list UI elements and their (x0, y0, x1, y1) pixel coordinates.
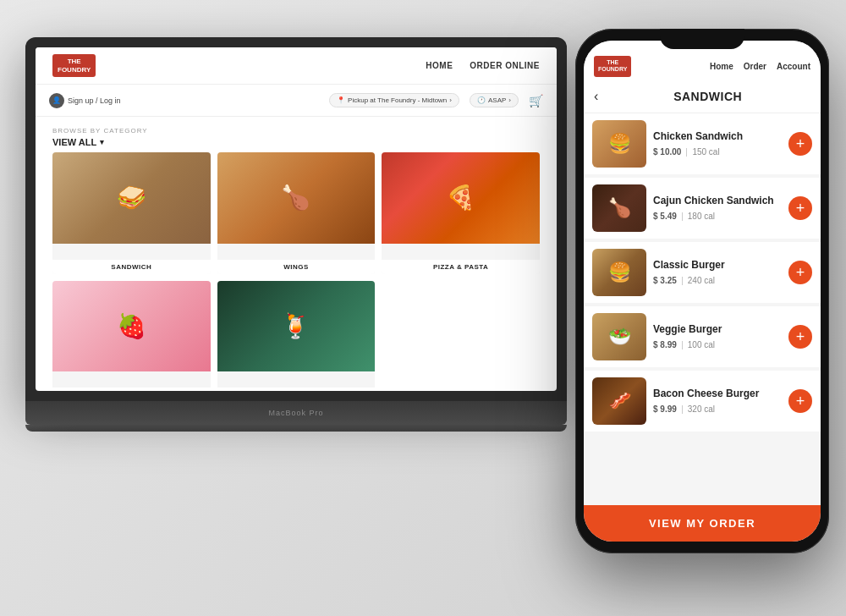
logo-line2: FOUNDRY (58, 66, 91, 74)
category-drink[interactable]: 🍹 DRINK (217, 281, 376, 391)
app-nav-order[interactable]: Order (744, 62, 766, 71)
bacon-burger-image: 🥓 (592, 377, 646, 425)
classic-burger-name: Classic Burger (653, 259, 782, 272)
user-icon: 👤 (49, 93, 64, 108)
sandwich-image: 🥪 (52, 152, 211, 244)
category-section: BROWSE BY CATEGORY VIEW ALL (36, 117, 557, 152)
nav-home[interactable]: HOME (426, 61, 453, 70)
veggie-burger-name: Veggie Burger (653, 323, 782, 337)
cart-button[interactable]: 🛒 (529, 94, 543, 107)
clock-icon: 🕐 (477, 96, 486, 104)
laptop-base (25, 401, 567, 425)
bacon-burger-price: $ 9.99 (653, 404, 677, 414)
phone-device: THE FOUNDRY Home Order Account ‹ SANDWIC… (575, 29, 829, 553)
classic-burger-price: $ 3.25 (653, 276, 677, 285)
drink-label: DRINK (217, 388, 376, 391)
asap-button[interactable]: 🕐 ASAP › (470, 93, 519, 107)
nav-order[interactable]: ORDER ONLINE (470, 61, 540, 70)
app-nav-account[interactable]: Account (777, 62, 810, 71)
chicken-sandwich-cal: 150 cal (692, 147, 719, 157)
asap-label: ASAP (488, 96, 506, 104)
classic-burger-image: 🍔 (592, 249, 646, 296)
category-grid: 🥪 SANDWICH 🍗 WINGS 🍕 PIZZA & PASTA 🍓 DES… (36, 152, 557, 391)
cajun-sandwich-cal: 180 cal (688, 212, 715, 221)
classic-burger-details: $ 3.25 240 cal (653, 276, 782, 285)
bacon-burger-cal: 320 cal (688, 404, 715, 414)
laptop-device: THE FOUNDRY HOME ORDER ONLINE 👤 Sign up … (25, 37, 567, 528)
logo-line1: THE (58, 58, 91, 66)
foundry-logo: THE FOUNDRY (52, 54, 96, 77)
user-button[interactable]: 👤 Sign up / Log in (49, 93, 121, 108)
wings-label: WINGS (217, 260, 376, 274)
cajun-sandwich-image: 🍗 (592, 184, 646, 232)
category-pizza[interactable]: 🍕 PIZZA & PASTA (382, 152, 540, 274)
menu-item-chicken-sandwich[interactable]: 🍔 Chicken Sandwich $ 10.00 150 cal + (584, 113, 821, 174)
category-sandwich[interactable]: 🥪 SANDWICH (52, 152, 211, 274)
pickup-button[interactable]: 📍 Pickup at The Foundry - Midtown › (329, 93, 459, 107)
bacon-burger-info: Bacon Cheese Burger $ 9.99 320 cal (646, 388, 788, 414)
app-logo-line2: FOUNDRY (598, 66, 627, 73)
add-classic-burger-button[interactable]: + (788, 261, 812, 284)
desserts-image: 🍓 (52, 281, 211, 372)
laptop-body: THE FOUNDRY HOME ORDER ONLINE 👤 Sign up … (25, 37, 567, 401)
menu-item-veggie-burger[interactable]: 🥗 Veggie Burger $ 8.99 100 cal + (584, 306, 821, 367)
price-cal-divider-5 (682, 405, 683, 414)
logo-badge: THE FOUNDRY (52, 54, 96, 77)
laptop-foot (25, 425, 567, 432)
cajun-sandwich-price: $ 5.49 (653, 212, 677, 221)
price-cal-divider-2 (682, 212, 683, 221)
web-nav: HOME ORDER ONLINE (426, 61, 540, 70)
app-logo: THE FOUNDRY (594, 56, 631, 77)
chicken-sandwich-image: 🍔 (592, 120, 646, 168)
menu-item-bacon-cheese-burger[interactable]: 🥓 Bacon Cheese Burger $ 9.99 320 cal + (584, 371, 821, 432)
pizza-image: 🍕 (382, 152, 540, 244)
browse-label: BROWSE BY CATEGORY (52, 127, 540, 135)
veggie-burger-info: Veggie Burger $ 8.99 100 cal (646, 323, 788, 349)
veggie-burger-image: 🥗 (592, 313, 646, 360)
app-nav: Home Order Account (710, 62, 810, 71)
price-cal-divider-3 (682, 277, 683, 285)
bacon-burger-name: Bacon Cheese Burger (653, 388, 782, 401)
cajun-sandwich-info: Cajun Chicken Sandwich $ 5.49 180 cal (646, 195, 788, 221)
add-veggie-burger-button[interactable]: + (788, 325, 812, 349)
add-chicken-sandwich-button[interactable]: + (788, 132, 812, 156)
chevron-right-icon-asap: › (508, 96, 511, 104)
back-button[interactable]: ‹ (594, 89, 598, 104)
classic-burger-cal: 240 cal (688, 276, 715, 285)
menu-item-classic-burger[interactable]: 🍔 Classic Burger $ 3.25 240 cal + (584, 242, 821, 303)
scene: THE FOUNDRY HOME ORDER ONLINE 👤 Sign up … (8, 12, 838, 604)
chevron-right-icon: › (449, 96, 452, 104)
pickup-label: Pickup at The Foundry - Midtown (348, 96, 447, 104)
app-subheader: ‹ SANDWICH (584, 84, 821, 113)
phone-screen: THE FOUNDRY Home Order Account ‹ SANDWIC… (584, 41, 821, 542)
sandwich-label: SANDWICH (52, 260, 211, 274)
web-header: THE FOUNDRY HOME ORDER ONLINE (36, 47, 557, 85)
veggie-burger-price: $ 8.99 (653, 340, 677, 349)
chicken-sandwich-info: Chicken Sandwich $ 10.00 150 cal (646, 130, 788, 157)
web-toolbar: 👤 Sign up / Log in 📍 Pickup at The Found… (36, 85, 557, 117)
cajun-sandwich-name: Cajun Chicken Sandwich (653, 195, 782, 208)
view-order-button[interactable]: VIEW MY ORDER (584, 505, 821, 542)
laptop-screen: THE FOUNDRY HOME ORDER ONLINE 👤 Sign up … (36, 47, 557, 391)
price-cal-divider-4 (682, 341, 683, 349)
veggie-burger-cal: 100 cal (688, 340, 715, 349)
desserts-label: DESSERTS (52, 388, 211, 391)
cajun-sandwich-details: $ 5.49 180 cal (653, 212, 782, 221)
add-cajun-sandwich-button[interactable]: + (788, 196, 812, 220)
phone-notch (660, 29, 744, 49)
view-all-button[interactable]: VIEW ALL (52, 137, 540, 147)
wings-image: 🍗 (217, 152, 376, 244)
app-nav-home[interactable]: Home (710, 62, 733, 71)
price-cal-divider (686, 148, 687, 157)
section-title: SANDWICH (605, 90, 810, 103)
drink-image: 🍹 (217, 281, 376, 372)
menu-scroll[interactable]: 🍔 Chicken Sandwich $ 10.00 150 cal + 🍗 (584, 113, 821, 505)
menu-item-cajun-chicken-sandwich[interactable]: 🍗 Cajun Chicken Sandwich $ 5.49 180 cal … (584, 178, 821, 239)
category-desserts[interactable]: 🍓 DESSERTS (52, 281, 211, 391)
category-wings[interactable]: 🍗 WINGS (217, 152, 376, 274)
veggie-burger-details: $ 8.99 100 cal (653, 340, 782, 349)
pickup-info: 📍 Pickup at The Foundry - Midtown › 🕐 AS… (329, 93, 543, 107)
chicken-sandwich-details: $ 10.00 150 cal (653, 147, 782, 157)
chicken-sandwich-price: $ 10.00 (653, 147, 681, 157)
add-bacon-burger-button[interactable]: + (788, 389, 812, 413)
